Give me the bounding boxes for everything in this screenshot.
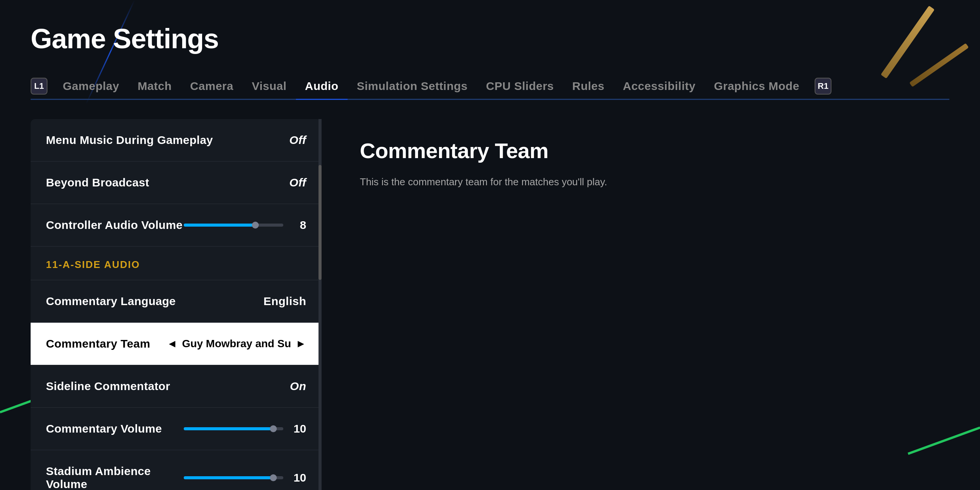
tab-cpu-sliders[interactable]: CPU Sliders [477,74,563,99]
setting-controller-audio[interactable]: Controller Audio Volume 8 [31,204,322,247]
setting-menu-music[interactable]: Menu Music During Gameplay Off [31,119,322,162]
sideline-commentator-value: On [290,380,306,393]
nav-tabs: L1 Gameplay Match Camera Visual Audio Si… [31,74,949,100]
controller-audio-track[interactable] [184,224,283,227]
stadium-ambience-fill [184,476,273,479]
tab-simulation[interactable]: Simulation Settings [348,74,477,99]
info-panel-description: This is the commentary team for the matc… [360,175,926,189]
tab-gameplay[interactable]: Gameplay [54,74,128,99]
controller-audio-thumb [252,222,259,229]
beyond-broadcast-label: Beyond Broadcast [46,176,149,189]
settings-panel: Menu Music During Gameplay Off Beyond Br… [31,119,322,490]
setting-commentary-team[interactable]: Commentary Team ◄ Guy Mowbray and Su ► [31,323,322,365]
section-11aside-header: 11-A-SIDE AUDIO [31,247,322,280]
commentary-volume-thumb [270,425,277,432]
settings-wrapper: Menu Music During Gameplay Off Beyond Br… [31,119,322,490]
commentary-team-value: Guy Mowbray and Su [182,338,291,350]
setting-beyond-broadcast[interactable]: Beyond Broadcast Off [31,162,322,204]
commentary-team-arrow-right[interactable]: ► [296,338,306,350]
info-panel-title: Commentary Team [360,138,926,163]
tab-audio[interactable]: Audio [296,74,348,99]
commentary-volume-track[interactable] [184,427,283,430]
l1-badge: L1 [31,78,47,95]
setting-commentary-language[interactable]: Commentary Language English [31,280,322,323]
commentary-volume-value: 10 [291,422,306,435]
stadium-ambience-value: 10 [291,471,306,484]
controller-audio-fill [184,224,255,227]
commentary-volume-slider-container: 10 [162,422,306,435]
tab-match[interactable]: Match [128,74,181,99]
commentary-language-value: English [263,295,306,308]
controller-audio-value: 8 [291,219,306,232]
stadium-ambience-slider-container: 10 [184,471,306,484]
tab-graphics-mode[interactable]: Graphics Mode [705,74,808,99]
commentary-language-label: Commentary Language [46,295,176,308]
setting-stadium-ambience[interactable]: Stadium Ambience Volume 10 [31,450,322,490]
content-area: Menu Music During Gameplay Off Beyond Br… [31,119,949,490]
menu-music-value: Off [289,134,306,147]
main-container: Game Settings L1 Gameplay Match Camera V… [0,0,980,490]
commentary-team-label: Commentary Team [46,337,150,350]
commentary-volume-fill [184,427,273,430]
tab-rules[interactable]: Rules [563,74,614,99]
page-title: Game Settings [31,23,949,54]
r1-badge: R1 [815,78,831,95]
commentary-volume-label: Commentary Volume [46,422,162,435]
controller-audio-slider-container: 8 [183,219,306,232]
commentary-team-selector[interactable]: ◄ Guy Mowbray and Su ► [167,338,306,350]
commentary-team-arrow-left[interactable]: ◄ [167,338,178,350]
stadium-ambience-label: Stadium Ambience Volume [46,465,184,490]
scrollbar-track[interactable] [318,119,322,490]
tab-visual[interactable]: Visual [243,74,296,99]
setting-sideline-commentator[interactable]: Sideline Commentator On [31,365,322,408]
menu-music-label: Menu Music During Gameplay [46,134,213,147]
tab-accessibility[interactable]: Accessibility [614,74,705,99]
scrollbar-thumb[interactable] [318,165,322,280]
controller-audio-label: Controller Audio Volume [46,219,183,232]
beyond-broadcast-value: Off [289,176,306,189]
stadium-ambience-thumb [270,474,277,481]
info-panel: Commentary Team This is the commentary t… [337,119,949,209]
sideline-commentator-label: Sideline Commentator [46,380,170,393]
setting-commentary-volume[interactable]: Commentary Volume 10 [31,408,322,450]
stadium-ambience-track[interactable] [184,476,283,479]
tab-camera[interactable]: Camera [181,74,243,99]
